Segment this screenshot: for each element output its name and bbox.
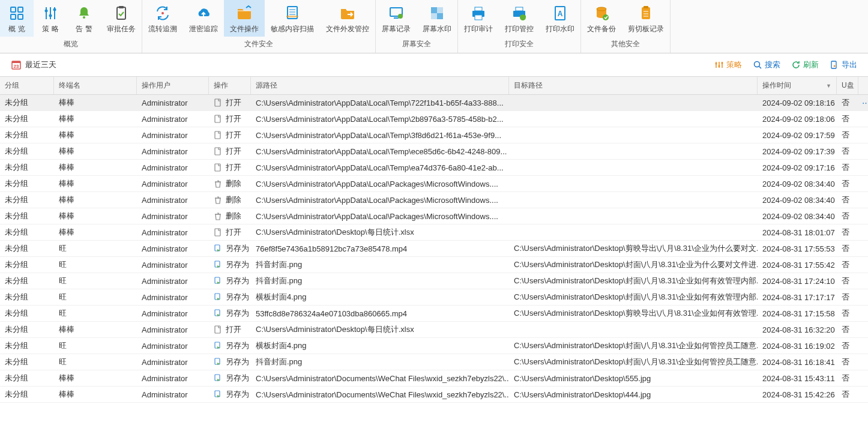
col-src[interactable]: 源路径: [251, 77, 509, 94]
cell-usb: 否: [837, 259, 858, 270]
cell-terminal: 棒棒: [54, 130, 137, 140]
col-user[interactable]: 操作用户: [137, 77, 209, 94]
svg-rect-48: [215, 131, 220, 139]
table-row[interactable]: 未分组棒棒Administrator另存为C:\Users\Administra…: [0, 387, 868, 403]
table-row[interactable]: 未分组棒棒Administrator打开C:\Users\Administrat…: [0, 160, 868, 176]
svg-rect-17: [394, 17, 399, 19]
svg-rect-23: [475, 7, 482, 11]
table-row[interactable]: 未分组棒棒Administrator另存为C:\Users\Administra…: [0, 370, 868, 387]
cell-terminal: 棒棒: [54, 373, 137, 384]
ribbon-outgoing-button[interactable]: 文件外发管控: [320, 0, 375, 37]
ribbon-printwm-button[interactable]: A打印水印: [540, 0, 580, 37]
svg-rect-8: [117, 7, 125, 19]
table-row[interactable]: 未分组棒棒Administrator打开C:\Users\Administrat…: [0, 143, 868, 160]
table-row[interactable]: 未分组棒棒Administrator删除C:\Users\Administrat…: [0, 176, 868, 192]
ribbon-overview-button[interactable]: 概 览: [0, 0, 34, 37]
svg-point-10: [161, 12, 164, 14]
ribbon-btn-label: 剪切板记录: [628, 24, 664, 34]
ribbon-printaudit-button[interactable]: 打印审计: [458, 0, 499, 37]
policy-action[interactable]: 策略: [714, 59, 742, 70]
col-terminal[interactable]: 终端名: [54, 77, 137, 94]
cell-time: 2024-09-02 09:18:16: [758, 98, 837, 107]
ribbon-leak-button[interactable]: 泄密追踪: [183, 0, 224, 37]
refresh-label: 刷新: [803, 59, 819, 70]
cell-user: Administrator: [137, 131, 209, 140]
ribbon-group: 流转追溯泄密追踪文件操作敏感内容扫描文件外发管控文件安全: [142, 0, 376, 53]
ribbon-clip-button[interactable]: 剪切板记录: [622, 0, 670, 37]
cell-op: 打开: [209, 97, 251, 108]
table-row[interactable]: 未分组棒棒Administrator打开C:\Users\Administrat…: [0, 111, 868, 127]
refresh-action[interactable]: 刷新: [791, 59, 819, 70]
svg-point-40: [716, 63, 717, 65]
table-row[interactable]: 未分组旺Administrator另存为76ef8f5e7436a1b58912…: [0, 241, 868, 257]
cell-usb: 否: [837, 324, 858, 335]
table-row[interactable]: 未分组棒棒Administrator打开C:\Users\Administrat…: [0, 127, 868, 143]
cell-usb: 否: [837, 178, 858, 189]
svg-rect-0: [11, 7, 16, 12]
ribbon-btn-label: 文件备份: [587, 24, 616, 34]
ribbon-alert-button[interactable]: 告 警: [67, 0, 101, 37]
col-usb[interactable]: U盘: [837, 77, 858, 94]
ribbon-backup-button[interactable]: 文件备份: [581, 0, 622, 37]
table-row[interactable]: 未分组旺Administrator另存为53ffc8d8e786324a4e07…: [0, 306, 868, 322]
table-row[interactable]: 未分组棒棒Administrator打开C:\Users\Administrat…: [0, 225, 868, 241]
sliders-icon: [714, 60, 724, 70]
table-row[interactable]: 未分组棒棒Administrator删除C:\Users\Administrat…: [0, 208, 868, 225]
cell-dst: C:\Users\Administrator\Desktop\剪映导出\八月\8…: [509, 308, 758, 319]
svg-rect-50: [215, 164, 220, 171]
cell-op: 另存为: [209, 292, 251, 303]
ribbon-screenrec-button[interactable]: 屏幕记录: [376, 0, 417, 37]
col-group[interactable]: 分组: [0, 77, 54, 94]
cell-terminal: 棒棒: [54, 178, 137, 189]
cell-src: C:\Users\Administrator\AppData\Local\Pac…: [251, 179, 509, 188]
cell-group: 未分组: [0, 162, 54, 173]
cell-time: 2024-09-02 09:17:59: [758, 131, 837, 140]
cell-user: Administrator: [137, 261, 209, 270]
db-icon: [592, 4, 611, 23]
svg-point-42: [722, 62, 723, 64]
table-row[interactable]: 未分组旺Administrator另存为抖音封面.pngC:\Users\Adm…: [0, 257, 868, 273]
ribbon-screenwm-button[interactable]: 屏幕水印: [417, 0, 457, 37]
ribbon-btn-label: 文件操作: [230, 24, 259, 34]
search-action[interactable]: 搜索: [753, 59, 780, 70]
ribbon-approve-button[interactable]: 审批任务: [101, 0, 142, 37]
cell-usb: 否: [837, 373, 858, 384]
tool-actions: 策略 搜索 刷新 导出: [714, 59, 857, 70]
table-row[interactable]: 未分组棒棒Administrator删除C:\Users\Administrat…: [0, 192, 868, 208]
ribbon-printctrl-button[interactable]: 打印管控: [499, 0, 540, 37]
ribbon-fileop-button[interactable]: 文件操作: [224, 0, 265, 37]
cell-group: 未分组: [0, 97, 54, 108]
svg-rect-1: [18, 7, 23, 12]
cell-terminal: 旺: [54, 259, 137, 270]
calendar-icon: 23: [11, 59, 22, 70]
table-row[interactable]: 未分组棒棒Administrator打开C:\Users\Administrat…: [0, 95, 868, 111]
cell-src: C:\Users\Administrator\AppData\Local\Tem…: [251, 163, 509, 172]
col-op[interactable]: 操作: [209, 77, 251, 94]
col-dst[interactable]: 目标路径: [509, 77, 758, 94]
svg-rect-20: [431, 7, 437, 13]
table-row[interactable]: 未分组棒棒Administrator打开C:\Users\Administrat…: [0, 322, 868, 338]
ribbon-btn-label: 屏幕记录: [382, 24, 411, 34]
table-row[interactable]: 未分组旺Administrator另存为横板封面4.pngC:\Users\Ad…: [0, 289, 868, 306]
ribbon-group-label: 其他安全: [581, 37, 670, 53]
svg-rect-49: [215, 148, 220, 155]
ribbon-trace-button[interactable]: 流转追溯: [142, 0, 183, 37]
cell-user: Administrator: [137, 342, 209, 351]
svg-point-5: [49, 14, 52, 17]
col-time[interactable]: 操作时间: [758, 77, 837, 94]
ribbon-group-label: 屏幕安全: [376, 37, 457, 53]
cell-user: Administrator: [137, 212, 209, 221]
ribbon-sensitive-button[interactable]: 敏感内容扫描: [265, 0, 320, 37]
row-more-icon[interactable]: ⋯: [858, 98, 868, 107]
date-filter[interactable]: 23 最近三天: [11, 59, 56, 70]
table-row[interactable]: 未分组旺Administrator另存为抖音封面.pngC:\Users\Adm…: [0, 273, 868, 289]
table-row[interactable]: 未分组旺Administrator另存为横板封面4.pngC:\Users\Ad…: [0, 338, 868, 354]
cell-time: 2024-09-02 09:17:39: [758, 147, 837, 156]
ribbon-btn-label: 打印管控: [505, 24, 534, 34]
scan-icon: [283, 4, 302, 23]
svg-rect-57: [215, 326, 220, 333]
export-action[interactable]: 导出: [830, 59, 857, 70]
cell-time: 2024-09-02 08:34:40: [758, 196, 837, 205]
ribbon-policy-button[interactable]: 策 略: [34, 0, 67, 37]
table-row[interactable]: 未分组旺Administrator另存为抖音封面.pngC:\Users\Adm…: [0, 354, 868, 370]
